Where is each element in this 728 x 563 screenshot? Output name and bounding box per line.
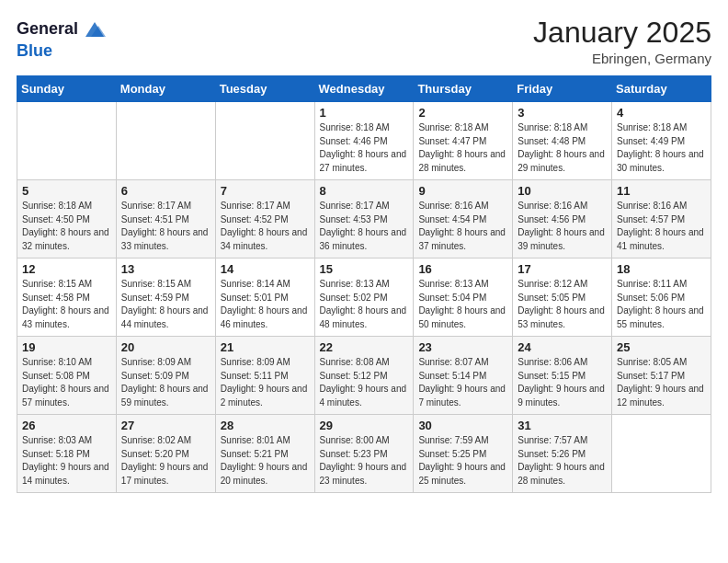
day-cell: 25Sunrise: 8:05 AMSunset: 5:17 PMDayligh… bbox=[612, 337, 711, 415]
day-number: 1 bbox=[320, 106, 409, 120]
day-number: 10 bbox=[518, 184, 607, 198]
day-info: Sunrise: 7:59 AMSunset: 5:25 PMDaylight:… bbox=[418, 434, 507, 488]
day-number: 15 bbox=[320, 262, 409, 276]
day-number: 9 bbox=[418, 184, 507, 198]
day-cell: 13Sunrise: 8:15 AMSunset: 4:59 PMDayligh… bbox=[116, 259, 215, 337]
day-info: Sunrise: 7:57 AMSunset: 5:26 PMDaylight:… bbox=[518, 434, 607, 488]
logo: General Blue bbox=[17, 17, 108, 61]
weekday-header-monday: Monday bbox=[116, 76, 215, 102]
day-cell: 6Sunrise: 8:17 AMSunset: 4:51 PMDaylight… bbox=[116, 180, 215, 259]
day-cell: 26Sunrise: 8:03 AMSunset: 5:18 PMDayligh… bbox=[17, 415, 117, 493]
day-number: 26 bbox=[22, 419, 111, 432]
day-number: 8 bbox=[320, 184, 409, 198]
day-info: Sunrise: 8:18 AMSunset: 4:48 PMDaylight:… bbox=[518, 121, 607, 175]
day-number: 5 bbox=[22, 184, 111, 198]
day-info: Sunrise: 8:14 AMSunset: 5:01 PMDaylight:… bbox=[221, 278, 310, 331]
day-cell: 21Sunrise: 8:09 AMSunset: 5:11 PMDayligh… bbox=[215, 337, 314, 415]
day-info: Sunrise: 8:12 AMSunset: 5:05 PMDaylight:… bbox=[518, 278, 607, 331]
day-info: Sunrise: 8:03 AMSunset: 5:18 PMDaylight:… bbox=[22, 434, 111, 488]
logo-icon bbox=[82, 17, 108, 42]
day-cell: 14Sunrise: 8:14 AMSunset: 5:01 PMDayligh… bbox=[215, 259, 314, 337]
day-cell: 18Sunrise: 8:11 AMSunset: 5:06 PMDayligh… bbox=[612, 259, 711, 337]
day-cell bbox=[215, 102, 314, 180]
day-info: Sunrise: 8:02 AMSunset: 5:20 PMDaylight:… bbox=[121, 434, 210, 488]
week-row-4: 19Sunrise: 8:10 AMSunset: 5:08 PMDayligh… bbox=[17, 337, 711, 415]
day-number: 6 bbox=[121, 184, 210, 198]
day-info: Sunrise: 8:13 AMSunset: 5:04 PMDaylight:… bbox=[418, 278, 507, 331]
weekday-header-thursday: Thursday bbox=[414, 76, 513, 102]
day-cell: 19Sunrise: 8:10 AMSunset: 5:08 PMDayligh… bbox=[17, 337, 117, 415]
weekday-header-sunday: Sunday bbox=[17, 76, 117, 102]
day-number: 23 bbox=[418, 340, 507, 354]
day-cell: 20Sunrise: 8:09 AMSunset: 5:09 PMDayligh… bbox=[116, 337, 215, 415]
day-cell: 28Sunrise: 8:01 AMSunset: 5:21 PMDayligh… bbox=[215, 415, 314, 493]
day-cell: 5Sunrise: 8:18 AMSunset: 4:50 PMDaylight… bbox=[17, 180, 117, 259]
location-title: Ebringen, Germany bbox=[533, 51, 711, 66]
weekday-header-tuesday: Tuesday bbox=[215, 76, 314, 102]
day-info: Sunrise: 8:11 AMSunset: 5:06 PMDaylight:… bbox=[617, 278, 706, 331]
day-cell: 31Sunrise: 7:57 AMSunset: 5:26 PMDayligh… bbox=[513, 415, 612, 493]
day-number: 14 bbox=[221, 262, 310, 276]
logo-blue: Blue bbox=[17, 42, 108, 61]
day-info: Sunrise: 8:17 AMSunset: 4:53 PMDaylight:… bbox=[320, 200, 409, 253]
day-cell: 27Sunrise: 8:02 AMSunset: 5:20 PMDayligh… bbox=[116, 415, 215, 493]
day-number: 12 bbox=[22, 262, 111, 276]
day-cell bbox=[17, 102, 117, 180]
day-number: 21 bbox=[221, 340, 310, 354]
day-number: 27 bbox=[121, 419, 210, 432]
day-info: Sunrise: 8:18 AMSunset: 4:47 PMDaylight:… bbox=[418, 121, 507, 175]
day-info: Sunrise: 8:06 AMSunset: 5:15 PMDaylight:… bbox=[518, 356, 607, 409]
week-row-3: 12Sunrise: 8:15 AMSunset: 4:58 PMDayligh… bbox=[17, 259, 711, 337]
day-info: Sunrise: 8:05 AMSunset: 5:17 PMDaylight:… bbox=[617, 356, 706, 409]
day-cell: 7Sunrise: 8:17 AMSunset: 4:52 PMDaylight… bbox=[215, 180, 314, 259]
day-cell bbox=[612, 415, 711, 493]
day-cell: 1Sunrise: 8:18 AMSunset: 4:46 PMDaylight… bbox=[314, 102, 414, 180]
day-number: 25 bbox=[617, 340, 706, 354]
day-number: 24 bbox=[518, 340, 607, 354]
day-info: Sunrise: 8:16 AMSunset: 4:54 PMDaylight:… bbox=[418, 200, 507, 253]
day-info: Sunrise: 8:13 AMSunset: 5:02 PMDaylight:… bbox=[320, 278, 409, 331]
day-info: Sunrise: 8:07 AMSunset: 5:14 PMDaylight:… bbox=[418, 356, 507, 409]
day-info: Sunrise: 8:08 AMSunset: 5:12 PMDaylight:… bbox=[320, 356, 409, 409]
title-block: January 2025 Ebringen, Germany bbox=[533, 17, 711, 66]
day-info: Sunrise: 8:18 AMSunset: 4:46 PMDaylight:… bbox=[320, 121, 409, 175]
day-info: Sunrise: 8:16 AMSunset: 4:57 PMDaylight:… bbox=[617, 200, 706, 253]
day-info: Sunrise: 8:16 AMSunset: 4:56 PMDaylight:… bbox=[518, 200, 607, 253]
day-info: Sunrise: 8:15 AMSunset: 4:58 PMDaylight:… bbox=[22, 278, 111, 331]
day-cell: 12Sunrise: 8:15 AMSunset: 4:58 PMDayligh… bbox=[17, 259, 117, 337]
day-cell: 16Sunrise: 8:13 AMSunset: 5:04 PMDayligh… bbox=[414, 259, 513, 337]
day-cell: 24Sunrise: 8:06 AMSunset: 5:15 PMDayligh… bbox=[513, 337, 612, 415]
day-number: 11 bbox=[617, 184, 706, 198]
day-number: 19 bbox=[22, 340, 111, 354]
day-cell: 23Sunrise: 8:07 AMSunset: 5:14 PMDayligh… bbox=[414, 337, 513, 415]
day-number: 29 bbox=[320, 419, 409, 432]
day-cell: 4Sunrise: 8:18 AMSunset: 4:49 PMDaylight… bbox=[612, 102, 711, 180]
page: General Blue January 2025 Ebringen, Germ… bbox=[0, 0, 728, 563]
day-number: 13 bbox=[121, 262, 210, 276]
day-number: 16 bbox=[418, 262, 507, 276]
week-row-1: 1Sunrise: 8:18 AMSunset: 4:46 PMDaylight… bbox=[17, 102, 711, 180]
day-cell: 3Sunrise: 8:18 AMSunset: 4:48 PMDaylight… bbox=[513, 102, 612, 180]
day-cell: 22Sunrise: 8:08 AMSunset: 5:12 PMDayligh… bbox=[314, 337, 414, 415]
day-number: 31 bbox=[518, 419, 607, 432]
day-cell: 10Sunrise: 8:16 AMSunset: 4:56 PMDayligh… bbox=[513, 180, 612, 259]
day-cell: 17Sunrise: 8:12 AMSunset: 5:05 PMDayligh… bbox=[513, 259, 612, 337]
day-cell: 30Sunrise: 7:59 AMSunset: 5:25 PMDayligh… bbox=[414, 415, 513, 493]
day-number: 7 bbox=[221, 184, 310, 198]
day-info: Sunrise: 8:09 AMSunset: 5:11 PMDaylight:… bbox=[221, 356, 310, 409]
day-number: 3 bbox=[518, 106, 607, 120]
logo-text: General bbox=[17, 20, 78, 39]
weekday-header-wednesday: Wednesday bbox=[314, 76, 414, 102]
day-info: Sunrise: 8:01 AMSunset: 5:21 PMDaylight:… bbox=[221, 434, 310, 488]
day-info: Sunrise: 8:18 AMSunset: 4:50 PMDaylight:… bbox=[22, 200, 111, 253]
day-info: Sunrise: 8:15 AMSunset: 4:59 PMDaylight:… bbox=[121, 278, 210, 331]
day-cell: 8Sunrise: 8:17 AMSunset: 4:53 PMDaylight… bbox=[314, 180, 414, 259]
day-number: 18 bbox=[617, 262, 706, 276]
month-title: January 2025 bbox=[533, 17, 711, 49]
day-number: 22 bbox=[320, 340, 409, 354]
day-info: Sunrise: 8:10 AMSunset: 5:08 PMDaylight:… bbox=[22, 356, 111, 409]
day-info: Sunrise: 8:17 AMSunset: 4:52 PMDaylight:… bbox=[221, 200, 310, 253]
week-row-2: 5Sunrise: 8:18 AMSunset: 4:50 PMDaylight… bbox=[17, 180, 711, 259]
day-cell bbox=[116, 102, 215, 180]
header: General Blue January 2025 Ebringen, Germ… bbox=[17, 17, 711, 66]
